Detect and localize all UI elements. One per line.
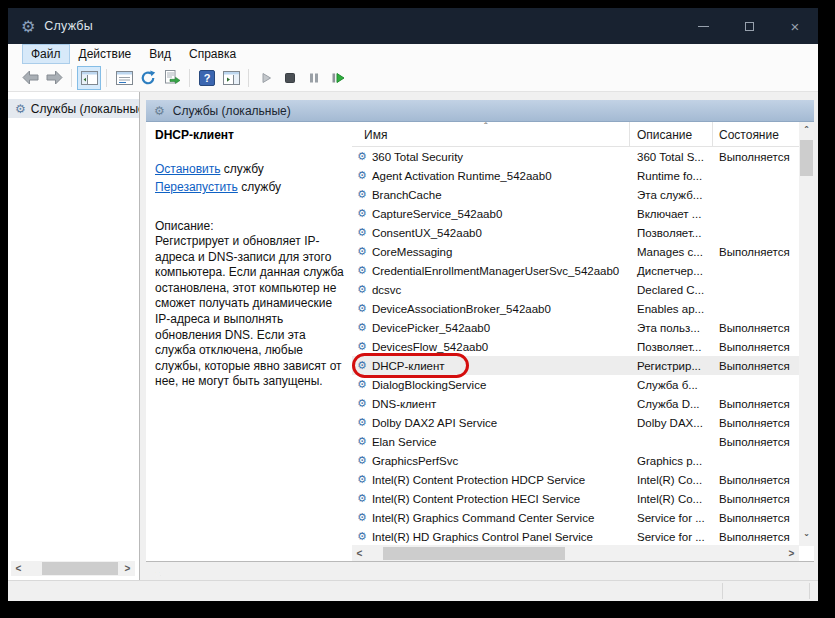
service-name-cell: ⚙ Agent Activation Runtime_542aab0 xyxy=(352,169,630,182)
service-name-cell: ⚙ dcsvc xyxy=(352,283,630,296)
service-status: Выполняется xyxy=(713,493,799,505)
menu-item[interactable]: Файл xyxy=(22,44,70,64)
pane-header: ⚙ Службы (локальные) xyxy=(146,100,814,122)
service-row[interactable]: ⚙ 360 Total Security 360 Total S... Выпо… xyxy=(352,147,799,166)
toolbar-separator xyxy=(106,69,107,87)
minimize-button[interactable] xyxy=(680,8,726,44)
service-description: 360 Total S... xyxy=(630,151,713,163)
service-row[interactable]: ⚙ DeviceAssociationBroker_542aab0 Enable… xyxy=(352,299,799,318)
service-description: Диспетчер... xyxy=(630,265,713,277)
scroll-thumb[interactable] xyxy=(42,562,118,575)
service-row[interactable]: ⚙ CoreMessaging Manages c... Выполняется xyxy=(352,242,799,261)
scroll-up-icon[interactable]: ˆ xyxy=(799,122,814,138)
service-row[interactable]: ⚙ DHCP-клиент Регистрир... Выполняется xyxy=(352,356,799,375)
restart-service-button[interactable] xyxy=(326,66,350,90)
column-description[interactable]: Описание xyxy=(630,122,713,146)
back-icon xyxy=(22,70,39,85)
service-status: Выполняется xyxy=(713,436,799,448)
help-button[interactable]: ? xyxy=(195,66,219,90)
maximize-button[interactable] xyxy=(726,8,772,44)
service-name-cell: ⚙ 360 Total Security xyxy=(352,150,630,163)
scroll-thumb[interactable] xyxy=(800,140,813,176)
service-row[interactable]: ⚙ DevicesFlow_542aab0 Позволяет... Выпол… xyxy=(352,337,799,356)
scroll-track[interactable] xyxy=(799,138,814,530)
list-vertical-scrollbar[interactable]: ˆ ˇ xyxy=(799,122,814,546)
service-row[interactable]: ⚙ dcsvc Declared C... xyxy=(352,280,799,299)
forward-button[interactable] xyxy=(42,66,66,90)
service-description: Enables ap... xyxy=(630,303,713,315)
service-row[interactable]: ⚙ DevicePicker_542aab0 Эта польз... Выпо… xyxy=(352,318,799,337)
service-name: Elan Service xyxy=(372,436,437,448)
service-row[interactable]: ⚙ BranchCache Эта служб... xyxy=(352,185,799,204)
restart-service-icon xyxy=(330,71,346,85)
restart-service-link[interactable]: Перезапустить xyxy=(155,180,238,194)
scroll-track[interactable] xyxy=(367,546,784,561)
tree-horizontal-scrollbar[interactable]: < > xyxy=(11,561,135,576)
service-row[interactable]: ⚙ DialogBlockingService Служба б... xyxy=(352,375,799,394)
services-window: ⚙ Службы × ФайлДействиеВидСправка xyxy=(8,8,818,601)
service-description: Manages c... xyxy=(630,246,713,258)
column-status[interactable]: Состояние xyxy=(713,122,799,146)
refresh-button[interactable] xyxy=(136,66,160,90)
close-button[interactable]: × xyxy=(772,8,818,44)
service-row[interactable]: ⚙ GraphicsPerfSvc Graphics p... xyxy=(352,451,799,470)
service-status: Выполняется xyxy=(713,151,799,163)
tree-item-services-local[interactable]: ⚙ Службы (локальные) xyxy=(8,99,139,118)
service-name: BranchCache xyxy=(372,189,442,201)
service-row[interactable]: ⚙ CredentialEnrollmentManagerUserSvc_542… xyxy=(352,261,799,280)
show-action-pane-button[interactable] xyxy=(219,66,243,90)
service-row[interactable]: ⚙ Intel(R) Content Protection HECI Servi… xyxy=(352,489,799,508)
menu-item[interactable]: Справка xyxy=(180,44,245,64)
description-text: Регистрирует и обновляет IP-адреса и DNS… xyxy=(155,234,347,390)
status-bar-divider xyxy=(809,583,810,599)
scroll-thumb[interactable] xyxy=(383,547,565,560)
show-console-tree-button[interactable] xyxy=(77,66,101,90)
back-button[interactable] xyxy=(18,66,42,90)
column-name[interactable]: Имя xyxy=(352,122,630,146)
service-list: Имя Описание Состояние ˆ ⚙ 360 Total Sec… xyxy=(352,122,799,562)
service-gear-icon: ⚙ xyxy=(357,492,367,505)
service-gear-icon: ⚙ xyxy=(357,340,367,353)
extended-view-body: DHCP-клиент Остановить службу Перезапуст… xyxy=(146,122,814,562)
scroll-right-icon[interactable]: > xyxy=(120,561,135,576)
menu-item[interactable]: Вид xyxy=(140,44,180,64)
service-status: Выполняется xyxy=(713,246,799,258)
service-description: Служба D... xyxy=(630,398,713,410)
maximize-icon xyxy=(745,22,754,31)
menu-bar: ФайлДействиеВидСправка xyxy=(8,44,818,64)
service-name-cell: ⚙ GraphicsPerfSvc xyxy=(352,454,630,467)
service-row[interactable]: ⚙ Elan Service Выполняется xyxy=(352,432,799,451)
service-gear-icon: ⚙ xyxy=(357,511,367,524)
scroll-track[interactable] xyxy=(26,561,120,576)
pause-service-button[interactable] xyxy=(302,66,326,90)
service-row[interactable]: ⚙ CaptureService_542aab0 Включает ... xyxy=(352,204,799,223)
service-name-cell: ⚙ Intel(R) Graphics Command Center Servi… xyxy=(352,511,630,524)
service-row[interactable]: ⚙ Agent Activation Runtime_542aab0 Runti… xyxy=(352,166,799,185)
scroll-left-icon[interactable]: < xyxy=(352,546,367,561)
service-row[interactable]: ⚙ ConsentUX_542aab0 Позволяет... xyxy=(352,223,799,242)
service-row[interactable]: ⚙ Dolby DAX2 API Service Dolby DAX... Вы… xyxy=(352,413,799,432)
stop-service-link[interactable]: Остановить xyxy=(155,162,221,176)
start-service-button[interactable] xyxy=(254,66,278,90)
service-row[interactable]: ⚙ Intel(R) HD Graphics Control Panel Ser… xyxy=(352,527,799,546)
properties-button[interactable] xyxy=(112,66,136,90)
service-name-cell: ⚙ CredentialEnrollmentManagerUserSvc_542… xyxy=(352,264,630,277)
export-list-button[interactable] xyxy=(160,66,184,90)
service-name-cell: ⚙ DeviceAssociationBroker_542aab0 xyxy=(352,302,630,315)
service-name: GraphicsPerfSvc xyxy=(372,455,458,467)
stop-service-button[interactable] xyxy=(278,66,302,90)
pause-service-icon xyxy=(307,71,321,85)
service-description: Эта польз... xyxy=(630,322,713,334)
service-row[interactable]: ⚙ Intel(R) Content Protection HDCP Servi… xyxy=(352,470,799,489)
service-gear-icon: ⚙ xyxy=(357,473,367,486)
scroll-right-icon[interactable]: > xyxy=(784,546,799,561)
service-row[interactable]: ⚙ DNS-клиент Служба D... Выполняется xyxy=(352,394,799,413)
service-description: Включает ... xyxy=(630,208,713,220)
service-row[interactable]: ⚙ Intel(R) Graphics Command Center Servi… xyxy=(352,508,799,527)
list-horizontal-scrollbar[interactable]: < > xyxy=(352,545,799,561)
service-name-cell: ⚙ BranchCache xyxy=(352,188,630,201)
scroll-down-icon[interactable]: ˇ xyxy=(799,530,814,546)
menu-item[interactable]: Действие xyxy=(70,44,141,64)
status-bar xyxy=(8,580,818,601)
scroll-left-icon[interactable]: < xyxy=(11,561,26,576)
